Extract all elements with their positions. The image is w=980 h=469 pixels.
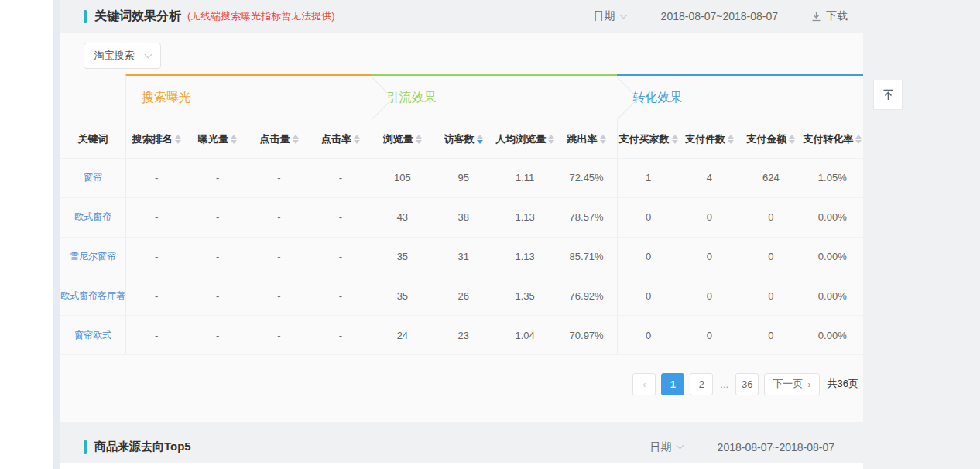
cell: 0 [679, 238, 740, 277]
date-range-value: 2018-08-07~2018-08-07 [718, 441, 834, 454]
pagination-next-button[interactable]: 下一页 › [764, 373, 819, 395]
section-conversion-effect: 转化效果 [617, 74, 863, 120]
pagination-prev-button[interactable]: ‹ [632, 373, 656, 395]
sort-icon [416, 135, 422, 144]
section-label: 转化效果 [632, 90, 682, 106]
column-header-search-rank[interactable]: 搜索排名 [125, 120, 187, 159]
cell: 38 [433, 198, 494, 238]
cell: 4 [679, 159, 740, 198]
sort-icon [789, 135, 795, 144]
column-header-conversion-rate[interactable]: 支付转化率 [802, 120, 863, 159]
channel-select[interactable]: 淘宝搜索 [84, 43, 161, 69]
column-header-bounce-rate[interactable]: 跳出率 [556, 120, 617, 159]
column-header-pageviews[interactable]: 浏览量 [372, 120, 433, 159]
download-button[interactable]: 下载 [810, 9, 848, 23]
cell: 72.45% [556, 159, 617, 198]
cell: 0 [617, 238, 678, 277]
column-header-clicks[interactable]: 点击量 [248, 120, 310, 159]
cell: 0 [679, 276, 740, 316]
section-title: 商品来源去向Top5 [94, 440, 191, 454]
cell: 43 [372, 198, 433, 238]
chevron-down-icon [619, 11, 627, 19]
keyword-link[interactable]: 雪尼尔窗帘 [70, 250, 116, 263]
back-to-top-button[interactable] [873, 80, 903, 110]
column-header-ctr[interactable]: 点击率 [310, 120, 371, 159]
column-header-visitors[interactable]: 访客数 [433, 120, 494, 159]
cell: 0.00% [802, 198, 863, 238]
back-to-top-icon [881, 87, 896, 102]
cell: 1.05% [802, 159, 863, 198]
keyword-link[interactable]: 窗帘 [84, 171, 102, 184]
cell: 1.35 [494, 276, 555, 316]
keyword-link[interactable]: 欧式窗帘客厅著 [60, 289, 125, 303]
cell: - [187, 198, 248, 238]
cell: - [248, 316, 310, 355]
cell: 0 [617, 276, 678, 316]
cell: - [248, 159, 310, 198]
sort-icon [672, 135, 678, 144]
keyword-table-card: 淘宝搜索 搜索曝光 引流效果 转化效果 关键词 搜索排名 曝光量 [60, 33, 863, 422]
cell: 624 [740, 159, 801, 198]
cell: 0 [617, 198, 678, 238]
date-dropdown-label: 日期 [650, 440, 672, 454]
keyword-link[interactable]: 欧式窗帘 [74, 211, 111, 224]
cell: - [248, 198, 310, 238]
accent-bar [84, 440, 87, 454]
table-row-keyword: 雪尼尔窗帘 [60, 238, 125, 277]
pagination-ellipsis: ... [718, 378, 730, 390]
cell: - [310, 198, 371, 238]
pagination-page-1[interactable]: 1 [661, 373, 684, 395]
pagination: ‹ 1 2 ... 36 下一页 › 共36页 [60, 373, 863, 395]
cell: 1.13 [494, 198, 555, 238]
cell: 26 [433, 276, 494, 316]
download-icon [810, 11, 822, 22]
chevron-left-icon: ‹ [642, 378, 646, 390]
cell: 0 [740, 316, 801, 355]
pagination-page-last[interactable]: 36 [735, 373, 759, 395]
cell: 76.92% [556, 276, 617, 316]
section-spacer [60, 74, 125, 120]
section-label: 引流效果 [387, 90, 437, 106]
cell: - [310, 238, 371, 277]
cell: - [125, 198, 187, 238]
date-dropdown[interactable]: 日期 [594, 9, 626, 23]
column-header-paid-buyers[interactable]: 支付买家数 [617, 120, 678, 159]
cell: 0.00% [802, 276, 863, 316]
cell: 0 [679, 198, 740, 238]
keyword-link[interactable]: 窗帘欧式 [74, 329, 111, 342]
section-label: 搜索曝光 [142, 90, 191, 106]
column-header-avg-pageviews[interactable]: 人均浏览量 [494, 120, 555, 159]
left-edge-divider [53, 0, 60, 469]
chevron-down-icon [676, 442, 684, 450]
cell: 0.00% [802, 316, 863, 355]
sort-icon [600, 135, 606, 144]
date-dropdown[interactable]: 日期 [650, 440, 683, 454]
cell: 78.57% [556, 198, 617, 238]
header-note: (无线端搜索曝光指标暂无法提供) [187, 9, 335, 23]
column-header-exposure[interactable]: 曝光量 [187, 120, 248, 159]
cell: - [125, 316, 187, 355]
cell: 23 [433, 316, 494, 355]
channel-select-value: 淘宝搜索 [94, 49, 135, 63]
cell: 35 [372, 238, 433, 277]
cell: 24 [372, 316, 433, 355]
column-header-paid-amount[interactable]: 支付金额 [740, 120, 801, 159]
date-range-value: 2018-08-07~2018-08-07 [661, 10, 778, 22]
column-header-paid-items[interactable]: 支付件数 [679, 120, 740, 159]
chevron-down-icon [144, 51, 152, 59]
sort-icon [354, 135, 360, 144]
cell: 31 [433, 238, 494, 277]
column-header-keyword: 关键词 [60, 120, 125, 159]
section-traffic-effect: 引流效果 [372, 74, 618, 120]
sort-icon [548, 135, 554, 144]
cell: - [125, 159, 187, 198]
table-row-keyword: 欧式窗帘 [60, 198, 125, 238]
pagination-page-2[interactable]: 2 [690, 373, 713, 395]
date-dropdown-label: 日期 [594, 9, 615, 23]
cell: - [187, 316, 248, 355]
cell: 0 [740, 276, 801, 316]
section-search-exposure: 搜索曝光 [125, 74, 372, 120]
download-label: 下载 [826, 9, 848, 23]
cell: - [310, 316, 371, 355]
accent-bar [84, 10, 87, 23]
